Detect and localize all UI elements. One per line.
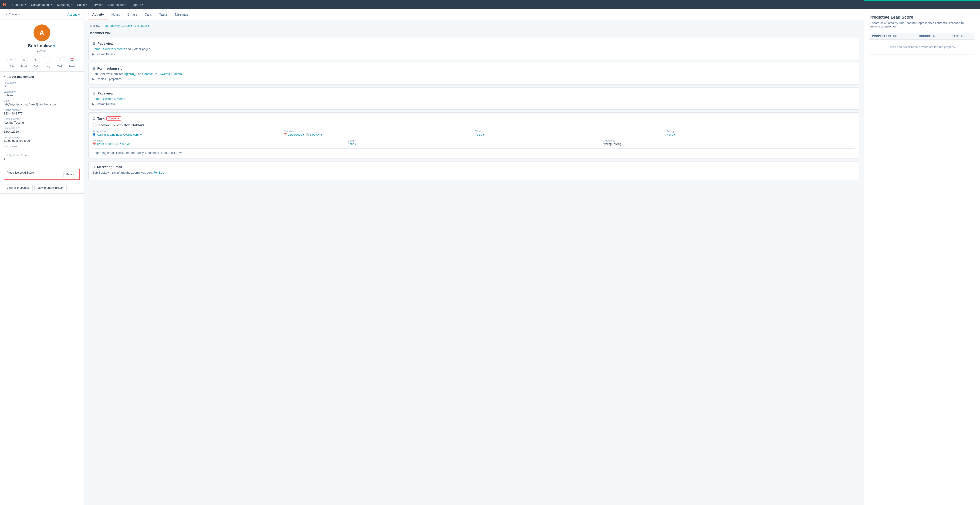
assigned-to-field: Assigned to 👤 Aysling Testing (tab@aysli… — [92, 130, 281, 137]
email-field: Email tab@aysling.com, franz@maghub.com — [4, 99, 80, 106]
reminder-time-dropdown[interactable]: 🕗 8:00 AM ▾ — [114, 143, 131, 146]
overdue-badge: Overdue — [107, 116, 121, 121]
page-view-link-2[interactable]: Home - Sweets & Meats — [92, 97, 125, 100]
meet-action-button[interactable]: 📅 Meet — [68, 56, 76, 68]
task-type-dropdown[interactable]: To-do ▾ — [475, 133, 663, 137]
last-contacted-field: Last contacted 12/04/2020 — [4, 127, 80, 133]
nav-automation[interactable]: Automation ▾ — [108, 3, 126, 6]
task-type-field: Type To-do ▾ — [475, 130, 663, 137]
about-section: ▼ About this contact First name Bob Last… — [0, 71, 84, 167]
form-link[interactable]: #gform_9 — [124, 72, 137, 76]
nav-conversations[interactable]: Conversations ▾ — [31, 3, 52, 6]
task-title: Follow up with Bob Boblaw — [92, 123, 855, 127]
actions-dropdown-button[interactable]: Actions ▾ — [67, 13, 80, 16]
date-sort-icon[interactable]: ⇅ — [961, 35, 963, 38]
call-action-button[interactable]: ✆ Call — [32, 56, 40, 68]
email-action-button[interactable]: ✉ Email — [19, 56, 28, 68]
page-view-icon: 🖥 — [92, 92, 95, 95]
activity-card-page-view-1: 🖥 Page view Home - Sweets & Meats and 2 … — [89, 38, 859, 60]
task-action-button[interactable]: ☑ Task — [56, 56, 64, 68]
property-history-table: PROPERTY VALUE SOURCE ⇅ DATE ⇅ There has… — [869, 33, 974, 54]
nav-marketing[interactable]: Marketing ▾ — [57, 3, 72, 6]
marketing-email-type-label: Marketing Email — [97, 165, 122, 169]
tab-emails[interactable]: Emails — [124, 9, 141, 20]
queue-field: Queue None ▾ — [348, 139, 600, 146]
activity-card-header: ▤ Form submission — [92, 67, 855, 70]
nav-reports[interactable]: Reports ▾ — [130, 3, 143, 6]
date-column-header[interactable]: DATE ⇅ — [949, 33, 974, 40]
meet-icon: 📅 — [68, 56, 76, 64]
log-icon: + — [44, 56, 52, 64]
activity-detail: Home - Sweets & Meats — [92, 97, 855, 100]
contact-avatar-section: A Bob Loblaw ✎ Lawyer ✏ Note ✉ Email ✆ C… — [0, 20, 84, 71]
task-complete-checkbox[interactable] — [92, 123, 97, 127]
month-header: December 2020 — [89, 31, 859, 35]
due-date-dropdown[interactable]: 📅 12/09/2020 ▾ — [284, 133, 304, 137]
view-all-properties-button[interactable]: View all properties — [4, 184, 33, 191]
collapse-chevron-icon: ▼ — [4, 75, 6, 78]
lifecycle-stage-field: Lifecycle stage Sales qualified lead — [4, 136, 80, 143]
filter-bar: Filter by: Filter activity (21/25) ▾ All… — [89, 24, 859, 27]
activity-detail: Bob BobLaw submitted #gform_9 on Contact… — [92, 72, 855, 76]
about-header-label: About this contact — [8, 75, 34, 78]
view-property-history-button[interactable]: View property history — [35, 184, 67, 191]
right-panel-title: Predictive Lead Score — [869, 15, 974, 20]
note-action-button[interactable]: ✏ Note — [8, 56, 16, 68]
lead-status-field: Lead status — [4, 145, 80, 151]
nav-contacts[interactable]: Contacts ▾ — [12, 3, 26, 6]
page-view-link[interactable]: Home - Sweets & Meats — [92, 47, 125, 51]
email-icon: ✉ — [92, 165, 95, 169]
marketing-email-link[interactable]: For Bob — [153, 171, 164, 174]
source-sort-icon[interactable]: ⇅ — [933, 35, 935, 38]
contact-title: Lawyer — [37, 49, 47, 52]
nav-service[interactable]: Service ▾ — [91, 3, 103, 6]
source-column-header[interactable]: SOURCE ⇅ — [916, 33, 949, 40]
tab-notes[interactable]: Notes — [108, 9, 124, 20]
reminder-date-dropdown[interactable]: 📅 12/09/2020 ▾ — [92, 143, 113, 146]
activity-card-page-view-2: 🖥 Page view Home - Sweets & Meats ▶ Sess… — [89, 87, 859, 110]
contact-actions: ✏ Note ✉ Email ✆ Call + Log ☑ Task — [8, 56, 76, 68]
priority-dropdown[interactable]: None ▾ — [667, 133, 855, 137]
queue-dropdown[interactable]: None ▾ — [348, 143, 600, 146]
right-panel-subtitle: A score calculated by HubSpot that repre… — [869, 21, 974, 28]
page-view-icon: 🖥 — [92, 42, 95, 45]
right-panel: Predictive Lead Score A score calculated… — [864, 9, 980, 505]
edit-contact-name-icon[interactable]: ✎ — [53, 44, 56, 48]
hubspot-lead-score-field: HubSpot Lead Score 1 — [4, 154, 80, 160]
filter-by-label: Filter by: — [89, 24, 100, 27]
assigned-to-dropdown[interactable]: 👤 Aysling Testing (tab@aysling.com) ▾ — [92, 133, 281, 137]
session-details-expand[interactable]: ▶ Session Details — [92, 52, 855, 56]
task-type-label: Task — [97, 117, 105, 120]
first-name-field: First name Bob — [4, 81, 80, 88]
contact-us-link[interactable]: Contact Us - Sweets & Meats — [142, 72, 182, 76]
tab-calls[interactable]: Calls — [141, 9, 156, 20]
tab-activity[interactable]: Activity — [89, 9, 108, 20]
call-icon: ✆ — [32, 56, 40, 64]
task-note: Regarding email: Hello, sent on Friday, … — [92, 148, 855, 154]
phone-field: Phone number 123-444-3777 — [4, 108, 80, 115]
reminder-field: Reminder 📅 12/09/2020 ▾ 🕗 8:00 AM ▾ — [92, 139, 345, 146]
about-section-header[interactable]: ▼ About this contact — [4, 75, 80, 78]
tab-tasks[interactable]: Tasks — [156, 9, 171, 20]
priority-field: Priority None ▾ — [667, 130, 855, 137]
back-to-contacts-button[interactable]: < Contacts — [4, 12, 22, 17]
users-filter-dropdown[interactable]: All users ▾ — [135, 24, 150, 27]
left-panel-header: < Contacts Actions ▾ — [0, 9, 84, 20]
updated-properties-expand[interactable]: ▶ Updated 3 properties — [92, 78, 855, 81]
activity-card-header: 🖥 Page view — [92, 42, 855, 45]
session-details-expand-2[interactable]: ▶ Session Details — [92, 102, 855, 106]
last-name-field: Last name Loblaw — [4, 90, 80, 97]
task-fields: Assigned to 👤 Aysling Testing (tab@aysli… — [92, 130, 855, 137]
activity-type-label: Form submission — [97, 67, 124, 70]
activity-filter-dropdown[interactable]: Filter activity (21/25) ▾ — [103, 24, 133, 27]
task-icon: ☑ — [56, 56, 64, 64]
tab-meetings[interactable]: Meetings — [171, 9, 192, 20]
due-time-dropdown[interactable]: 🕗 8:00 AM ▾ — [305, 133, 322, 137]
avatar: A — [33, 24, 50, 41]
email-icon: ✉ — [19, 56, 28, 64]
property-value-column-header: PROPERTY VALUE — [869, 33, 916, 40]
log-action-button[interactable]: + Log — [44, 56, 52, 68]
activity-card-header: ✉ Marketing Email — [92, 165, 855, 169]
nav-sales[interactable]: Sales ▾ — [77, 3, 87, 6]
predictive-score-details-button[interactable]: Details — [63, 172, 77, 177]
